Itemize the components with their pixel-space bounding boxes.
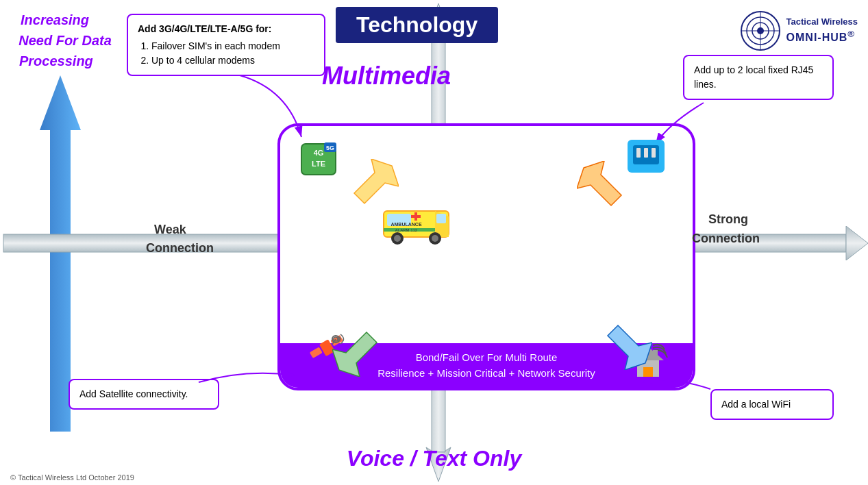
arrow-ne-yellow — [344, 159, 399, 214]
weak-label: Weak — [154, 223, 186, 237]
logo-area: Tactical Wireless OMNI-HUB® — [740, 10, 858, 51]
svg-text:AMBULANCE: AMBULANCE — [390, 222, 421, 227]
svg-text:4G: 4G — [314, 149, 324, 157]
svg-marker-51 — [577, 161, 621, 206]
connection-label-right: Connection — [692, 232, 760, 246]
strong-label: Strong — [708, 212, 748, 227]
technology-label: Technology — [356, 12, 478, 37]
svg-text:ALARM 112: ALARM 112 — [395, 228, 418, 232]
callout-cellular: Add 3G/4G/LTE/LTE-A/5G for: Failover SIM… — [127, 14, 325, 76]
callout-satellite: Add Satellite connectivity. — [69, 379, 219, 410]
svg-text:5G: 5G — [326, 145, 334, 151]
svg-marker-49 — [354, 159, 399, 203]
multimedia-label: Multimedia — [322, 62, 451, 90]
svg-marker-4 — [846, 226, 868, 260]
need-for-data-label: Need For Data — [7, 33, 123, 49]
callout-rj45: Add up to 2 local fixed RJ45 lines. — [683, 55, 834, 100]
arrow-se-blue — [597, 315, 652, 370]
svg-rect-35 — [653, 350, 658, 358]
svg-marker-52 — [608, 325, 652, 370]
voice-text-label: Voice / Text Only — [0, 446, 868, 471]
svg-text:LTE: LTE — [312, 160, 325, 168]
connection-label-left: Connection — [146, 241, 214, 256]
svg-marker-50 — [332, 332, 377, 377]
callout-cellular-item1: Failover SIM's in each modem — [151, 39, 314, 53]
svg-rect-39 — [436, 214, 446, 223]
callout-wifi: Add a local WiFi — [710, 389, 834, 420]
arrow-sw-green — [332, 322, 387, 377]
callout-wifi-text: Add a local WiFi — [721, 399, 791, 410]
technology-box: Technology — [336, 7, 498, 43]
arrow-nw-orange — [577, 161, 632, 216]
svg-rect-27 — [310, 347, 323, 358]
logo-text: Tactical Wireless OMNI-HUB® — [786, 16, 858, 45]
svg-point-46 — [394, 235, 401, 242]
rj45-icon — [626, 138, 666, 181]
callout-cellular-item2: Up to 4 cellular modems — [151, 53, 314, 68]
callout-satellite-text: Add Satellite connectivity. — [79, 388, 188, 399]
4glte-icon: 4G LTE 5G — [298, 140, 339, 186]
increasing-label: Increasing — [21, 12, 89, 28]
svg-point-48 — [432, 235, 438, 242]
processing-label: Processing — [19, 53, 93, 69]
callout-cellular-title: Add 3G/4G/LTE/LTE-A/5G for: — [138, 22, 314, 36]
svg-rect-25 — [652, 148, 656, 158]
tactical-wireless-logo — [740, 10, 781, 51]
svg-rect-24 — [644, 148, 648, 158]
copyright-text: © Tactical Wireless Ltd October 2019 — [10, 473, 134, 482]
callout-rj45-text: Add up to 2 local fixed RJ45 lines. — [694, 64, 813, 90]
svg-rect-42 — [414, 212, 417, 221]
svg-rect-23 — [636, 148, 641, 158]
